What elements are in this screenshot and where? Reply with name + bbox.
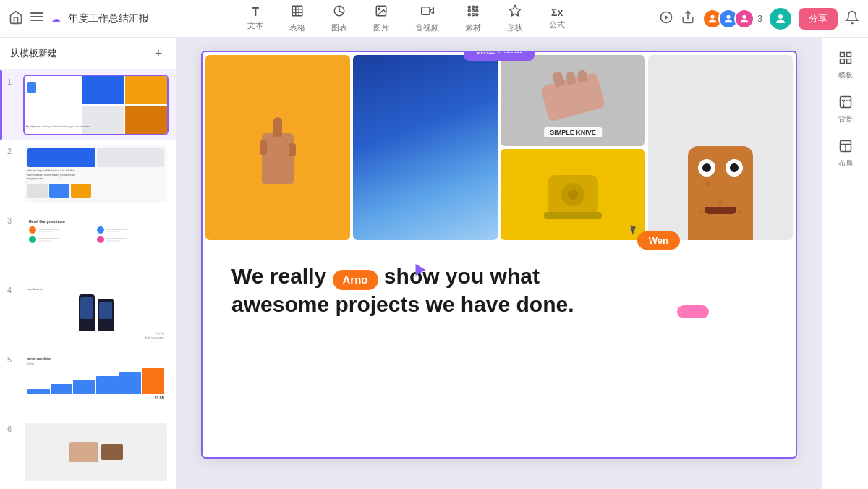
slide-preview-3: Here! Our great team [25, 215, 167, 273]
svg-rect-31 [840, 97, 851, 108]
svg-rect-28 [846, 53, 851, 57]
sidebar-title: 从模板新建 [10, 47, 57, 60]
template-label: 模板 [838, 70, 853, 80]
slide-thumb-6 [23, 422, 169, 482]
svg-point-25 [743, 14, 746, 18]
svg-point-10 [468, 6, 470, 8]
formula-icon: Σx [551, 7, 563, 18]
right-panel-template[interactable]: 模板 [827, 45, 864, 86]
formula-label: 公式 [549, 20, 565, 30]
svg-point-14 [472, 9, 475, 12]
image-label: 图片 [373, 22, 389, 33]
slide-item-2[interactable]: 2 almost impossible to end it to tell th… [0, 140, 176, 209]
arno-badge: Arno [333, 270, 378, 290]
tool-image[interactable]: 图片 [369, 1, 393, 36]
avatar-3 [734, 9, 754, 29]
svg-marker-8 [430, 8, 433, 14]
layout-icon [838, 139, 853, 157]
slide-thumb-4: my Scanner Forty Tag Mobile app solution… [23, 283, 169, 344]
table-label: 表格 [289, 22, 305, 33]
slide-preview-2: almost impossible to end it to tell thes… [25, 145, 167, 203]
svg-point-23 [711, 14, 715, 18]
right-panel-layout[interactable]: 布局 [827, 133, 864, 174]
canvas-image-hand [205, 55, 350, 240]
canvas-images-section: SIMPLE KNIVE [203, 52, 796, 240]
canvas-image-monster [648, 55, 793, 240]
thumb1-key [27, 82, 36, 93]
slide-thumb-2: almost impossible to end it to tell thes… [23, 144, 169, 205]
svg-point-12 [476, 6, 478, 8]
text-icon: T [252, 6, 259, 19]
text-label: 文本 [247, 20, 263, 31]
canvas-image-phone [501, 149, 645, 240]
background-label: 背景 [838, 114, 853, 124]
slides-sidebar: 从模板新建 + 1 My rea [0, 38, 176, 489]
cloud-icon: ☁ [51, 13, 61, 25]
svg-point-17 [472, 13, 475, 15]
svg-point-24 [727, 14, 731, 18]
thumb1-img4 [125, 106, 167, 134]
layout-label: 布局 [838, 158, 853, 169]
background-icon [838, 95, 853, 113]
tool-table[interactable]: 表格 [285, 1, 310, 36]
play-icon[interactable] [659, 10, 673, 27]
notification-icon[interactable] [845, 10, 859, 27]
svg-marker-21 [665, 14, 669, 20]
slide-number-3: 3 [7, 216, 19, 225]
tool-chart[interactable]: 图表 [327, 1, 352, 36]
canvas-text-area: We really Arno show you what awesome pro… [203, 240, 796, 333]
slide-number-1: 1 [7, 77, 19, 86]
fiona-tooltip: 跟随 Fiona [464, 52, 535, 61]
thumb1-img2 [125, 76, 167, 104]
svg-point-26 [778, 14, 783, 19]
add-slide-button[interactable]: + [151, 46, 166, 61]
tool-asset[interactable]: 素材 [461, 1, 485, 36]
table-icon [291, 4, 304, 21]
chart-label: 图表 [331, 22, 347, 33]
share-button[interactable]: 分享 [799, 8, 838, 30]
menu-icon[interactable] [30, 12, 43, 25]
text-line2: show you what [378, 264, 540, 288]
slide-item-5[interactable]: 5 win in something Dollars $ [0, 348, 176, 417]
tool-shape[interactable]: 形状 [503, 1, 527, 36]
asset-icon [467, 4, 480, 21]
slide-thumb-3: Here! Our great team [23, 213, 169, 274]
text-line3: awesome projects we have done. [231, 292, 574, 316]
svg-rect-29 [840, 59, 844, 64]
sidebar-header: 从模板新建 + [0, 38, 176, 70]
canvas-image-blue [353, 55, 498, 240]
svg-point-13 [468, 9, 470, 12]
document-title: 年度工作总结汇报 [68, 12, 149, 25]
right-panel-background[interactable]: 背景 [827, 89, 864, 130]
video-icon [421, 4, 434, 21]
slide-item-3[interactable]: 3 Here! Our great team [0, 209, 176, 278]
collaborator-avatars[interactable]: 3 [702, 9, 762, 29]
svg-rect-9 [421, 7, 429, 14]
thumb1-img3 [82, 106, 124, 134]
purple-cursor [412, 263, 424, 273]
svg-rect-30 [846, 59, 851, 64]
slide-preview-1: My really want to show you what awesome … [25, 76, 167, 134]
tool-video[interactable]: 音视频 [411, 1, 443, 36]
image-icon [375, 4, 388, 21]
slide-number-5: 5 [7, 355, 19, 364]
svg-point-16 [468, 13, 470, 15]
tool-formula[interactable]: Σx 公式 [545, 4, 569, 33]
svg-point-18 [476, 13, 478, 15]
svg-rect-27 [840, 53, 844, 57]
slide-item-6[interactable]: 6 [0, 417, 176, 487]
shape-label: 形状 [507, 22, 523, 33]
tool-text[interactable]: T 文本 [243, 3, 268, 34]
slide-item-1[interactable]: 1 My really want to show you what awesom… [0, 70, 176, 140]
slide-item-4[interactable]: 4 my Scanner Forty Tag M [0, 278, 176, 348]
canvas[interactable]: 跟随 Fiona [203, 52, 796, 457]
app-shell: ☁ 年度工作总结汇报 T 文本 表格 [0, 0, 868, 489]
export-icon[interactable] [681, 10, 695, 27]
slide-preview-4: my Scanner Forty Tag Mobile app solution… [25, 284, 167, 342]
current-user-avatar[interactable] [770, 8, 791, 30]
right-panel: 模板 背景 布局 [822, 38, 868, 489]
slide-thumb-1: My really want to show you what awesome … [23, 75, 169, 135]
thumb1-text: My really want to show you what awesome … [26, 125, 107, 128]
home-icon[interactable] [9, 10, 23, 27]
svg-marker-19 [510, 5, 521, 15]
